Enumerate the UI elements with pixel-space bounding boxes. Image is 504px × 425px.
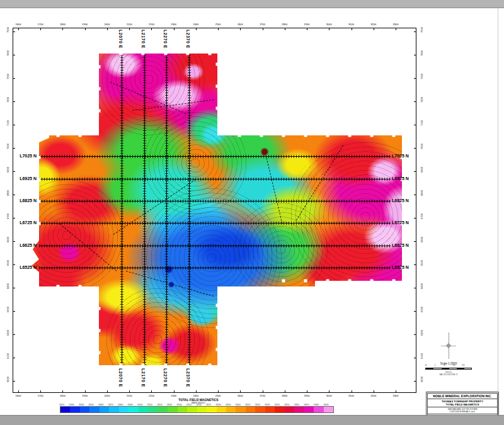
survey-line-ew-label-right: L6525 N xyxy=(392,265,417,269)
y-tick-left xyxy=(13,125,15,125)
colorbar-tick-label: 58500 xyxy=(135,404,144,406)
north-arrow-icon xyxy=(436,332,461,359)
x-tick-top xyxy=(218,28,219,30)
colorbar-segment xyxy=(89,407,99,412)
x-tick-top xyxy=(18,28,19,30)
x-tick-bottom xyxy=(129,390,130,393)
y-tick-right xyxy=(414,334,416,335)
y-tick-right xyxy=(414,218,416,218)
x-tick-top xyxy=(329,28,329,30)
edge-notch xyxy=(304,280,307,283)
north-arrow-center xyxy=(446,343,451,348)
x-axis-label-bottom: 2600 xyxy=(235,394,245,397)
property-survey-row: THOMAS TOWNSHIP PROPERTY TOTAL FIELD MAG… xyxy=(428,399,497,407)
survey-line-ns-label-top: L2170 E xyxy=(141,30,146,48)
colorbar-segment xyxy=(168,407,177,412)
window-top-bar xyxy=(0,0,504,8)
x-axis-label-bottom: 1700 xyxy=(35,394,45,397)
colorbar-tick-label: 58470 xyxy=(106,404,115,406)
y-axis-label-right: 6600 xyxy=(420,235,423,245)
x-axis-label-bottom: 1800 xyxy=(57,394,67,397)
y-tick-left xyxy=(13,218,15,218)
colorbar-segment xyxy=(314,407,323,412)
x-tick-bottom xyxy=(85,390,86,393)
x-tick-bottom xyxy=(307,390,307,393)
colorbar-tick-label: 58530 xyxy=(165,404,174,406)
colorbar-tick-label: 58630 xyxy=(263,404,272,406)
x-tick-bottom xyxy=(107,390,108,393)
x-tick-top xyxy=(196,28,197,30)
colorbar-segment xyxy=(129,407,138,412)
y-axis-label-right: 7000 xyxy=(420,142,423,152)
x-axis-label-bottom: 1600 xyxy=(13,394,23,397)
colorbar-segment xyxy=(178,407,187,412)
colorbar-segment xyxy=(109,407,118,412)
scale-bar-tick-label: 50 xyxy=(442,365,448,366)
colorbar-tick-label: 58440 xyxy=(77,404,86,406)
colorbar-segment xyxy=(60,407,70,412)
edge-notch xyxy=(282,280,285,283)
survey-line-ew-label-right: L6725 N xyxy=(392,220,417,225)
y-tick-right xyxy=(414,358,416,358)
colorbar-tick-label: 58610 xyxy=(243,404,252,406)
colorbar-tick-label: 58690 xyxy=(322,404,331,406)
y-axis-label-left: 6500 xyxy=(6,258,9,268)
y-tick-right xyxy=(414,148,416,149)
scale-bar-tick-label: 100 xyxy=(450,365,457,366)
y-tick-left xyxy=(13,195,15,195)
colorbar-segment xyxy=(100,407,109,412)
y-tick-left xyxy=(13,148,15,149)
y-axis-label-right: 6500 xyxy=(420,258,423,268)
colorbar-tick-label: 58510 xyxy=(146,404,154,406)
colorbar-tick-label: 58430 xyxy=(67,404,76,406)
colorbar-tick-label: 58640 xyxy=(273,404,282,406)
x-axis-label-bottom: 2500 xyxy=(213,394,223,397)
x-axis-label-bottom: 1900 xyxy=(80,394,90,397)
y-tick-left xyxy=(13,381,15,382)
x-tick-top xyxy=(151,28,152,30)
y-axis-label-right: 6100 xyxy=(420,351,423,361)
y-axis-label-left: 7300 xyxy=(6,72,9,82)
y-tick-right xyxy=(414,195,416,195)
colorbar xyxy=(60,406,334,413)
colorbar-segment xyxy=(324,407,333,412)
y-tick-right xyxy=(414,288,416,288)
scale-datum-label: NAD 83 UTM ZONE 17 xyxy=(423,373,474,376)
x-tick-top xyxy=(285,28,285,30)
y-axis-label-right: 7400 xyxy=(420,48,423,59)
anomaly-marker xyxy=(263,150,266,154)
colorbar-segment xyxy=(207,407,216,412)
colorbar-segment xyxy=(148,407,158,412)
x-tick-top xyxy=(174,28,175,30)
x-axis-label-bottom: 2800 xyxy=(280,394,290,397)
scale-bar-tick-label: 0 xyxy=(432,365,438,366)
colorbar-segment xyxy=(187,407,197,412)
x-tick-top xyxy=(374,28,374,30)
y-tick-left xyxy=(13,31,15,32)
x-tick-top xyxy=(85,28,86,30)
x-tick-top xyxy=(62,28,63,30)
colorbar-tick-label: 58590 xyxy=(224,404,232,406)
x-tick-bottom xyxy=(329,390,329,393)
x-tick-top xyxy=(107,28,108,30)
y-axis-label-left: 6200 xyxy=(6,328,9,338)
x-axis-label-top: 2800 xyxy=(280,23,290,26)
x-axis-label-top: 2600 xyxy=(235,23,245,26)
x-axis-label-bottom: 2200 xyxy=(146,394,156,397)
y-tick-right xyxy=(414,55,416,55)
x-axis-label-top: 3100 xyxy=(346,23,357,26)
y-tick-right xyxy=(414,125,416,125)
x-axis-label-top: 1800 xyxy=(57,23,67,26)
map-sheet-viewer: TOTAL FIELD MAGNETICS BASE 58000nT NOBLE… xyxy=(0,0,504,425)
x-tick-top xyxy=(40,28,41,30)
x-tick-bottom xyxy=(196,390,197,393)
colorbar-tick-label: 58490 xyxy=(126,404,135,406)
x-axis-label-bottom: 2700 xyxy=(258,394,268,397)
colorbar-tick-label: 58620 xyxy=(253,404,262,406)
x-tick-bottom xyxy=(352,390,352,393)
survey-line-ns-label-bottom: L2170 E xyxy=(141,368,146,387)
x-axis-label-bottom: 3100 xyxy=(346,394,357,397)
system-row: GEM MAG AND GLF SW SYSTEM CONTOUR INTERV… xyxy=(428,407,497,414)
colorbar-segment xyxy=(304,407,314,412)
y-tick-left xyxy=(13,55,15,55)
